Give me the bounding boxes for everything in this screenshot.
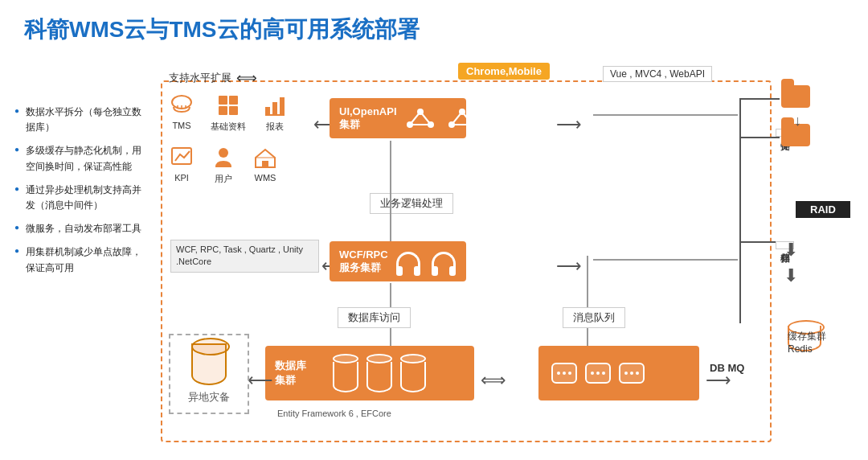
svg-rect-7 [280, 97, 285, 115]
arrow-db-to-mq-icon: ⟺ [481, 370, 506, 391]
headphone-icon-1 [396, 252, 420, 271]
folder-icon-top [781, 85, 810, 111]
headphone-icon-2 [432, 252, 456, 271]
cloud-truck-icon [169, 92, 194, 118]
svg-rect-6 [272, 102, 277, 115]
db-cylinder-1 [333, 354, 358, 392]
db-cylinder-2 [366, 354, 392, 392]
bullet-5: 用集群机制减少单点故障，保证高可用 [14, 244, 143, 275]
ui-cluster-label: UI,OpenAPI 集群 [339, 105, 397, 132]
bullet-2: 多级缓存与静态化机制，用空间换时间，保证高性能 [14, 143, 143, 174]
diagram-area: 支持水平扩展 ⟺ Chrome,Mobile Vue , MVC4 , WebA… [153, 48, 828, 450]
bidirectional-arrow-icon: ⟺ [236, 69, 257, 87]
mq-cluster-box [538, 346, 699, 400]
headphone-icon-3 [467, 252, 491, 271]
grid-icon [215, 92, 241, 118]
svg-line-22 [452, 112, 462, 125]
chat-icon-1 [551, 363, 577, 384]
tree-branch-1 [739, 98, 780, 100]
bar-chart-icon [262, 92, 288, 118]
icon-baobiao: 报表 [262, 92, 288, 133]
hline-ui-to-storage [593, 114, 738, 116]
db-cluster-cylinders [333, 354, 426, 392]
tree-main-vline [739, 98, 741, 323]
svg-rect-4 [229, 106, 238, 115]
arrow-from-mq-icon: ⟶ [706, 370, 731, 391]
download-icon-2: ⬇ [784, 265, 798, 286]
svg-line-29 [504, 112, 514, 125]
svg-rect-11 [262, 161, 268, 167]
warehouse-icon [252, 145, 278, 170]
drum-icon [191, 343, 227, 385]
svg-rect-5 [265, 107, 270, 115]
svg-line-23 [462, 112, 473, 125]
chrome-mobile-badge: Chrome,Mobile [458, 63, 550, 80]
network-graph-icon-2 [447, 107, 477, 129]
wcfrpc-cluster-box: WCF/RPC 服务集群 [330, 241, 466, 281]
icon-tms: TMS [169, 92, 194, 133]
wcfrpc-cluster-icons [396, 252, 491, 271]
arrow-down-icon-1: ↓ [794, 113, 801, 129]
bullet-list: 数据水平拆分（每仓独立数据库） 多级缓存与静态化机制，用空间换时间，保证高性能 … [14, 105, 143, 284]
msg-queue-label: 消息队列 [563, 307, 625, 328]
network-graph-icon-3 [489, 107, 519, 129]
redis-label: 缓存集群 Redis [788, 330, 828, 355]
arrow-from-wcf-icon: ⟶ [556, 256, 582, 277]
icon-wms: WMS [252, 145, 278, 185]
db-cluster-box: 数据库 集群 [265, 346, 474, 400]
wcf-desc-label: WCF, RPC, Task , Quartz , Unity .NetCore [170, 240, 319, 273]
efcore-label: Entity Framework 6 , EFCore [277, 409, 391, 418]
biz-logic-label: 业务逻辑处理 [370, 193, 453, 214]
ui-cluster-icons [405, 107, 519, 129]
svg-line-16 [410, 112, 420, 125]
arrow-from-ui-icon: ⟶ [556, 114, 582, 135]
raid-label: RAID [796, 201, 850, 218]
chat-icon-3 [619, 363, 645, 384]
bullet-4: 微服务，自动发布部署工具 [14, 221, 143, 236]
network-graph-icon-1 [405, 107, 436, 129]
svg-point-10 [219, 148, 228, 158]
db-access-label: 数据库访问 [338, 307, 411, 328]
mq-cluster-icons [551, 363, 645, 384]
icon-kpi: KPI [169, 145, 194, 185]
icons-row-top: TMS 基础资料 报表 [169, 92, 288, 133]
vline-mq [587, 256, 588, 347]
ui-cluster-box: UI,OpenAPI 集群 [330, 98, 466, 138]
tree-branch-3 [739, 241, 780, 243]
webapi-label: Vue , MVC4 , WebAPI [603, 66, 712, 82]
svg-line-28 [493, 112, 504, 125]
download-icon-1: ⬇ [784, 240, 798, 261]
vline-1 [390, 141, 391, 241]
main-title: 科箭WMS云与TMS云的高可用系统部署 [24, 14, 420, 45]
svg-rect-2 [229, 96, 238, 105]
icon-yonghu: 用户 [211, 145, 236, 185]
svg-rect-1 [219, 96, 227, 105]
chat-icon-2 [585, 363, 611, 384]
svg-rect-3 [219, 106, 227, 115]
wcfrpc-cluster-label: WCF/RPC 服务集群 [339, 248, 388, 275]
db-cylinder-3 [400, 354, 426, 392]
arrow-to-disaster-icon: ⟵ [248, 370, 273, 391]
icon-jichu: 基础资料 [211, 92, 246, 133]
db-cluster-label: 数据库 集群 [275, 359, 323, 388]
icons-row-bottom: KPI 用户 WMS [169, 145, 278, 185]
disaster-backup-box: 异地灾备 [169, 334, 249, 414]
bullet-3: 通过异步处理机制支持高并发（消息中间件） [14, 183, 143, 213]
tree-branch-2 [739, 137, 780, 138]
svg-line-17 [420, 112, 431, 125]
hz-expand-label: 支持水平扩展 ⟺ [169, 69, 257, 87]
user-icon [211, 145, 236, 170]
bullet-1: 数据水平拆分（每仓独立数据库） [14, 105, 143, 135]
chart-line-icon [169, 145, 194, 170]
hline-wcf-to-right [593, 259, 738, 261]
